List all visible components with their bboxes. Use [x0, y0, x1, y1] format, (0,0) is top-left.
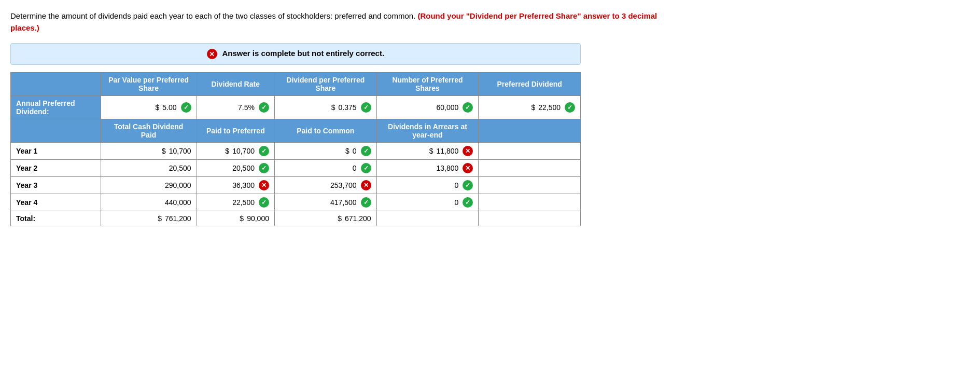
year4-row: Year 4 440,000 22,500 ✓ 417,500 ✓: [11, 194, 581, 211]
year2-empty: [479, 160, 581, 177]
year2-paid-preferred: 20,500 ✓: [197, 160, 274, 177]
sub-header-paid-common: Paid to Common: [274, 119, 376, 143]
y1-pref-check: ✓: [259, 146, 269, 156]
year1-row: Year 1 $ 10,700 $ 10,700 ✓ $ 0 ✓: [11, 143, 581, 160]
sub-header-empty: [11, 119, 101, 143]
annual-label: Annual PreferredDividend:: [11, 96, 101, 119]
y1-common-check: ✓: [361, 146, 371, 156]
intro-text: Determine the amount of dividends paid e…: [10, 10, 684, 34]
annual-par-value: $ 5.00 ✓: [101, 96, 197, 119]
year1-empty: [479, 143, 581, 160]
rate-check: ✓: [259, 102, 269, 113]
year4-paid-common: 417,500 ✓: [274, 194, 376, 211]
banner-x-icon: ✕: [207, 49, 217, 59]
dps-check: ✓: [361, 102, 371, 113]
total-paid-preferred: $ 90,000: [197, 211, 274, 226]
sub-header-arrears: Dividends in Arrears at year-end: [376, 119, 479, 143]
header-num-shares: Number of Preferred Shares: [376, 73, 479, 96]
header-par-value: Par Value per Preferred Share: [101, 73, 197, 96]
annual-preferred-dividend: $ 22,500 ✓: [479, 96, 581, 119]
y2-common-check: ✓: [361, 163, 371, 173]
year1-paid-common: $ 0 ✓: [274, 143, 376, 160]
y3-pref-check: ✕: [259, 180, 269, 190]
total-label: Total:: [11, 211, 101, 226]
total-arrears-empty: [376, 211, 479, 226]
year2-total-cash: 20,500: [101, 160, 197, 177]
year3-empty: [479, 177, 581, 194]
header-dividend-rate: Dividend Rate: [197, 73, 274, 96]
total-row: Total: $ 761,200 $ 90,000 $ 671,200: [11, 211, 581, 226]
pd-check: ✓: [565, 102, 575, 113]
y3-common-check: ✕: [361, 180, 371, 190]
header-div-per-share: Dividend per Preferred Share: [274, 73, 376, 96]
y4-common-check: ✓: [361, 197, 371, 208]
total-paid-common: $ 671,200: [274, 211, 376, 226]
banner-text: Answer is complete but not entirely corr…: [222, 49, 385, 58]
annual-num-shares: 60,000 ✓: [376, 96, 479, 119]
y4-pref-check: ✓: [259, 197, 269, 208]
year1-arrears: $ 11,800 ✕: [376, 143, 479, 160]
year1-total-cash: $ 10,700: [101, 143, 197, 160]
shares-check: ✓: [463, 102, 473, 113]
year4-label: Year 4: [11, 194, 101, 211]
year4-arrears: 0 ✓: [376, 194, 479, 211]
sub-header-total-cash: Total Cash Dividend Paid: [101, 119, 197, 143]
par-value-check: ✓: [181, 102, 191, 113]
annual-row: Annual PreferredDividend: $ 5.00 ✓ 7.5% …: [11, 96, 581, 119]
annual-div-per-share: $ 0.375 ✓: [274, 96, 376, 119]
year2-row: Year 2 20,500 20,500 ✓ 0 ✓ 1: [11, 160, 581, 177]
year4-empty: [479, 194, 581, 211]
year1-label: Year 1: [11, 143, 101, 160]
header-empty-1: [11, 73, 101, 96]
y1-arrears-check: ✕: [463, 146, 473, 156]
header-row-1: Par Value per Preferred Share Dividend R…: [11, 73, 581, 96]
year3-paid-preferred: 36,300 ✕: [197, 177, 274, 194]
total-total-cash: $ 761,200: [101, 211, 197, 226]
main-table: Par Value per Preferred Share Dividend R…: [10, 72, 581, 226]
y2-pref-check: ✓: [259, 163, 269, 173]
year2-arrears: 13,800 ✕: [376, 160, 479, 177]
year1-paid-preferred: $ 10,700 ✓: [197, 143, 274, 160]
year3-row: Year 3 290,000 36,300 ✕ 253,700 ✕: [11, 177, 581, 194]
year2-label: Year 2: [11, 160, 101, 177]
year3-label: Year 3: [11, 177, 101, 194]
year4-total-cash: 440,000: [101, 194, 197, 211]
sub-header-paid-preferred: Paid to Preferred: [197, 119, 274, 143]
year3-arrears: 0 ✓: [376, 177, 479, 194]
annual-dividend-rate: 7.5% ✓: [197, 96, 274, 119]
year4-paid-preferred: 22,500 ✓: [197, 194, 274, 211]
answer-banner: ✕ Answer is complete but not entirely co…: [10, 43, 581, 65]
year2-paid-common: 0 ✓: [274, 160, 376, 177]
year3-paid-common: 253,700 ✕: [274, 177, 376, 194]
year3-total-cash: 290,000: [101, 177, 197, 194]
header-preferred-dividend: Preferred Dividend: [479, 73, 581, 96]
sub-header-empty-2: [479, 119, 581, 143]
sub-header-row: Total Cash Dividend Paid Paid to Preferr…: [11, 119, 581, 143]
y4-arrears-check: ✓: [463, 197, 473, 208]
total-empty: [479, 211, 581, 226]
y3-arrears-check: ✓: [463, 180, 473, 190]
y2-arrears-check: ✕: [463, 163, 473, 173]
